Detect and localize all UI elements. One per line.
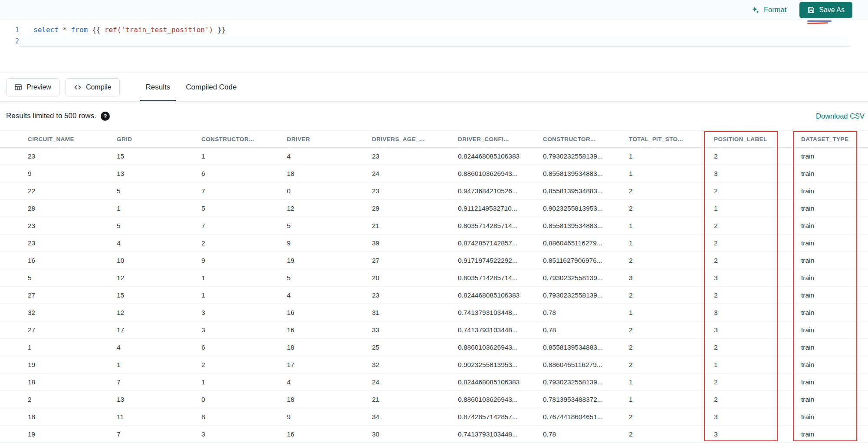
table-row: 181189340.8742857142857...0.767441860465… <box>0 408 868 426</box>
table-cell: 18 <box>287 165 372 182</box>
table-cell: 0.8860465116279... <box>543 356 629 374</box>
table-cell: 2 <box>629 408 714 426</box>
table-cell: 1 <box>629 374 714 391</box>
save-as-button-label: Save As <box>819 6 845 14</box>
save-as-annotation-scribble <box>807 20 832 26</box>
preview-button[interactable]: Preview <box>6 78 59 96</box>
code-token-keyword: from <box>71 26 88 34</box>
column-header: DRIVERS_AGE_... <box>372 130 458 148</box>
table-row: 1610919270.9171974522292...0.85116279069… <box>0 252 868 269</box>
save-as-button[interactable]: Save As <box>799 2 852 18</box>
table-cell: 0.824468085106383 <box>458 287 543 304</box>
table-cell: 1 <box>629 391 714 408</box>
code-token-function: ) <box>209 26 214 34</box>
table-cell: 2 <box>714 217 801 235</box>
table-cell: 2 <box>629 287 714 304</box>
table-cell: 0.8558139534883... <box>543 182 629 200</box>
table-cell: 1 <box>0 339 117 356</box>
table-cell: 2 <box>629 182 714 200</box>
column-header: CONSTRUCTOR... <box>201 130 287 148</box>
table-cell: 2 <box>201 235 287 252</box>
table-cell: 39 <box>372 235 458 252</box>
table-cell: 22 <box>0 182 117 200</box>
table-cell: 3 <box>201 426 287 443</box>
table-cell: 23 <box>0 217 117 235</box>
table-cell: 0.8558139534883... <box>543 339 629 356</box>
table-cell: 1 <box>201 374 287 391</box>
table-cell: 0 <box>287 182 372 200</box>
table-cell: 3 <box>714 269 801 287</box>
table-cell: 4 <box>287 374 372 391</box>
table-cell: 2 <box>629 356 714 374</box>
table-row: 3212316310.7413793103448...0.7813train <box>0 304 868 321</box>
table-cell: 19 <box>287 252 372 269</box>
code-line-active: 2 <box>0 36 868 47</box>
table-cell: 23 <box>372 148 458 165</box>
table-cell: 2 <box>714 391 801 408</box>
table-cell: 18 <box>0 408 117 426</box>
table-cell: 15 <box>117 287 201 304</box>
table-cell: 27 <box>0 321 117 339</box>
table-cell: 32 <box>0 304 117 321</box>
column-header: CIRCUIT_NAME <box>0 130 117 148</box>
table-cell: 2 <box>629 321 714 339</box>
line-number: 2 <box>0 36 19 47</box>
table-cell: train <box>801 200 868 217</box>
table-row: 14618250.8860103626943...0.8558139534883… <box>0 339 868 356</box>
code-token-function: ref( <box>105 26 122 34</box>
compile-button[interactable]: Compile <box>66 78 120 96</box>
table-cell: 33 <box>372 321 458 339</box>
table-cell: 32 <box>372 356 458 374</box>
table-cell: 3 <box>201 321 287 339</box>
table-grid-icon <box>14 83 22 91</box>
results-tbody: 231514230.8244680851063830.7930232558139… <box>0 148 868 443</box>
table-row: 22570230.9473684210526...0.8558139534883… <box>0 182 868 200</box>
table-cell: 1 <box>714 200 801 217</box>
line-number: 1 <box>0 24 19 36</box>
table-cell: 2 <box>714 182 801 200</box>
table-cell: 3 <box>714 321 801 339</box>
table-cell: train <box>801 235 868 252</box>
table-row: 281512290.9112149532710...0.902325581395… <box>0 200 868 217</box>
table-cell: 0.8860103626943... <box>458 165 543 182</box>
table-cell: train <box>801 252 868 269</box>
table-cell: 2 <box>714 339 801 356</box>
table-cell: 3 <box>629 269 714 287</box>
table-cell: 13 <box>117 165 201 182</box>
table-cell: train <box>801 287 868 304</box>
code-icon <box>74 83 82 91</box>
tab-compiled-code[interactable]: Compiled Code <box>180 73 243 101</box>
sql-editor[interactable]: 1 select * from {{ ref('train_test_posit… <box>0 20 868 73</box>
table-cell: 12 <box>117 269 201 287</box>
table-cell: 18 <box>287 391 372 408</box>
table-cell: 18 <box>0 374 117 391</box>
results-header-row: CIRCUIT_NAMEGRIDCONSTRUCTOR...DRIVERDRIV… <box>0 130 868 148</box>
table-cell: 0 <box>201 391 287 408</box>
table-cell: 30 <box>372 426 458 443</box>
table-cell: 5 <box>117 217 201 235</box>
column-header: CONSTRUCTOR... <box>543 130 629 148</box>
table-cell: 7 <box>117 374 201 391</box>
table-cell: 4 <box>117 235 201 252</box>
table-cell: 2 <box>0 391 117 408</box>
table-cell: 17 <box>117 321 201 339</box>
table-cell: 3 <box>714 408 801 426</box>
table-cell: 31 <box>372 304 458 321</box>
table-cell: 1 <box>201 148 287 165</box>
table-row: 18714240.8244680851063830.7930232558139.… <box>0 374 868 391</box>
table-cell: 0.7413793103448... <box>458 426 543 443</box>
table-cell: 1 <box>201 287 287 304</box>
tab-results[interactable]: Results <box>140 73 177 101</box>
column-header: DATASET_TYPE <box>801 130 868 148</box>
table-cell: 29 <box>372 200 458 217</box>
table-row: 213018210.8860103626943...0.781395348837… <box>0 391 868 408</box>
table-cell: 16 <box>287 304 372 321</box>
download-csv-link[interactable]: Download CSV <box>816 112 865 120</box>
help-icon[interactable]: ? <box>101 112 110 121</box>
table-row: 913618240.8860103626943...0.855813953488… <box>0 165 868 182</box>
table-cell: 27 <box>372 252 458 269</box>
table-row: 2717316330.7413793103448...0.7823train <box>0 321 868 339</box>
table-row: 23575210.8035714285714...0.8558139534883… <box>0 217 868 235</box>
format-button[interactable]: Format <box>751 6 786 14</box>
preview-button-label: Preview <box>26 83 51 91</box>
